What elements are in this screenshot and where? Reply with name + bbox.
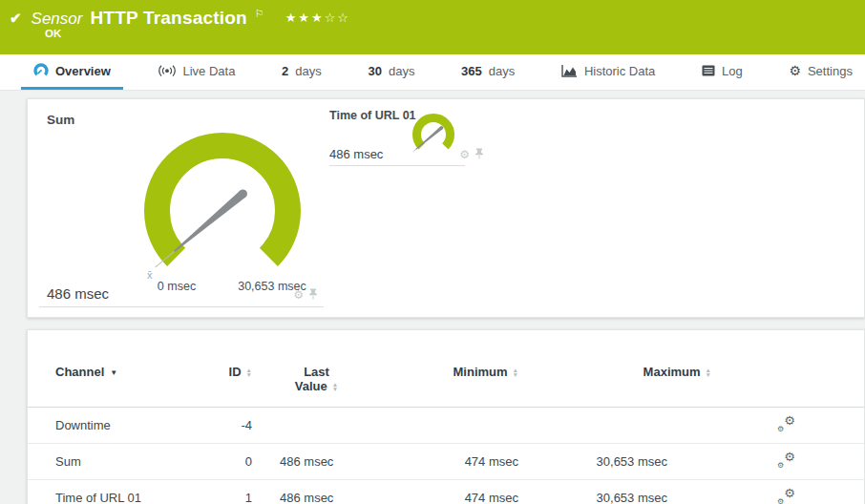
channels-panel: Channel▼ ID▲▼ Last Value▲▼ Minimum▲▼ Max…: [27, 329, 865, 504]
cell-minimum: [381, 408, 524, 444]
cell-minimum: 474 msec: [381, 480, 524, 504]
column-header-channel[interactable]: Channel▼: [28, 365, 195, 408]
tab-number: 2: [282, 64, 288, 78]
page-title: HTTP Transaction: [90, 8, 246, 29]
sensor-header: ✔ Sensor HTTP Transaction ⚐ ★★★☆☆ OK: [0, 0, 865, 54]
cell-channel: Sum: [28, 444, 195, 480]
channel-name-label: Sum: [47, 113, 74, 127]
tab-label: days: [389, 64, 414, 78]
tab-number: 30: [368, 64, 381, 78]
cell-maximum: [524, 408, 715, 444]
tab-log[interactable]: Log: [689, 54, 755, 90]
sum-gauge: x̄: [117, 111, 327, 283]
tab-bar: Overview Live Data 2 days 30 days 365 da…: [0, 54, 865, 91]
gear-icon: ⚙: [789, 64, 801, 77]
sort-icon[interactable]: ▲▼: [332, 383, 338, 391]
column-header-maximum[interactable]: Maximum▲▼: [524, 365, 715, 408]
gauge-settings-gear-icon[interactable]: ⚙: [293, 289, 304, 301]
table-row-time-of-url-01: Time of URL 01 1 486 msec 474 msec 30,65…: [28, 480, 864, 504]
tab-label: Live Data: [183, 64, 236, 78]
tab-365-days[interactable]: 365 days: [449, 54, 527, 90]
cell-last-value: [252, 408, 381, 444]
channel-settings-icon[interactable]: ⚙⚙: [777, 416, 795, 431]
priority-flag-icon[interactable]: ⚐: [255, 8, 264, 20]
url01-gauge: [405, 107, 464, 164]
column-header-minimum[interactable]: Minimum▲▼: [381, 365, 524, 408]
stars-empty[interactable]: ☆☆: [325, 10, 350, 25]
channel-settings-icon[interactable]: ⚙⚙: [777, 452, 795, 468]
tab-live-data[interactable]: Live Data: [145, 54, 248, 90]
sort-desc-icon[interactable]: ▼: [110, 368, 117, 377]
tab-label: days: [295, 64, 321, 78]
table-row-sum: Sum 0 486 msec 474 msec 30,653 msec ⚙⚙: [28, 444, 864, 480]
gauges-panel: Sum x̄ 0 msec 30,653 msec 486 msec ⚙: [27, 98, 865, 318]
gauge-tile-sum: Sum x̄ 0 msec 30,653 msec 486 msec ⚙: [39, 105, 324, 307]
cell-id: -4: [195, 408, 252, 444]
tab-label: days: [489, 64, 515, 78]
gauge-tile-url01: Time of URL 01 486 msec ⚙: [329, 107, 465, 166]
tab-2-days[interactable]: 2 days: [269, 54, 334, 90]
sort-icon[interactable]: ▲▼: [513, 368, 518, 377]
cell-id: 0: [195, 444, 252, 480]
cell-maximum: 30,653 msec: [524, 480, 715, 504]
channel-name-label: Time of URL 01: [329, 109, 416, 122]
log-list-icon: [702, 65, 715, 76]
tab-label: Log: [722, 64, 743, 78]
status-badge: OK: [45, 28, 61, 39]
cell-minimum: 474 msec: [381, 444, 524, 480]
last-value: 486 msec: [329, 147, 383, 161]
gauge-settings-gear-icon[interactable]: ⚙: [459, 149, 470, 160]
sort-icon[interactable]: ▲▼: [706, 368, 711, 377]
tab-label: Historic Data: [584, 64, 655, 78]
cell-id: 1: [195, 480, 252, 504]
table-row-downtime: Downtime -4 ⚙⚙: [28, 408, 864, 444]
tab-number: 365: [461, 64, 482, 78]
cell-last-value: 486 msec: [252, 444, 381, 480]
channel-settings-icon[interactable]: ⚙⚙: [777, 489, 795, 504]
column-header-last-value[interactable]: Last Value▲▼: [252, 365, 381, 408]
table-header-row: Channel▼ ID▲▼ Last Value▲▼ Minimum▲▼ Max…: [28, 365, 864, 408]
tab-label: Settings: [808, 64, 853, 78]
tab-historic-data[interactable]: Historic Data: [549, 54, 667, 90]
cell-channel: Time of URL 01: [28, 480, 195, 504]
tab-30-days[interactable]: 30 days: [355, 54, 427, 90]
last-value: 486 msec: [47, 285, 109, 302]
cell-maximum: 30,653 msec: [524, 444, 715, 480]
cell-channel: Downtime: [28, 408, 195, 444]
live-signal-icon: [158, 64, 177, 77]
sensor-page: ✔ Sensor HTTP Transaction ⚐ ★★★☆☆ OK Ove…: [0, 0, 865, 504]
pin-icon[interactable]: [308, 286, 318, 304]
channels-table: Channel▼ ID▲▼ Last Value▲▼ Minimum▲▼ Max…: [28, 365, 864, 504]
cell-last-value: 486 msec: [252, 480, 381, 504]
tab-label: Overview: [55, 64, 111, 78]
gauge-min-label: 0 msec: [138, 280, 215, 293]
sort-icon[interactable]: ▲▼: [246, 368, 252, 377]
tab-overview[interactable]: Overview: [21, 54, 123, 90]
priority-stars[interactable]: ★★★☆☆: [285, 10, 350, 25]
status-check-icon: ✔: [10, 10, 22, 27]
chart-icon: [561, 65, 578, 77]
object-kind-label: Sensor: [32, 10, 83, 29]
column-header-id[interactable]: ID▲▼: [195, 365, 252, 408]
tab-settings[interactable]: ⚙ Settings: [776, 54, 865, 90]
gauge-icon: [33, 63, 49, 78]
stars-filled[interactable]: ★★★: [285, 10, 325, 25]
pin-icon[interactable]: [475, 146, 484, 163]
